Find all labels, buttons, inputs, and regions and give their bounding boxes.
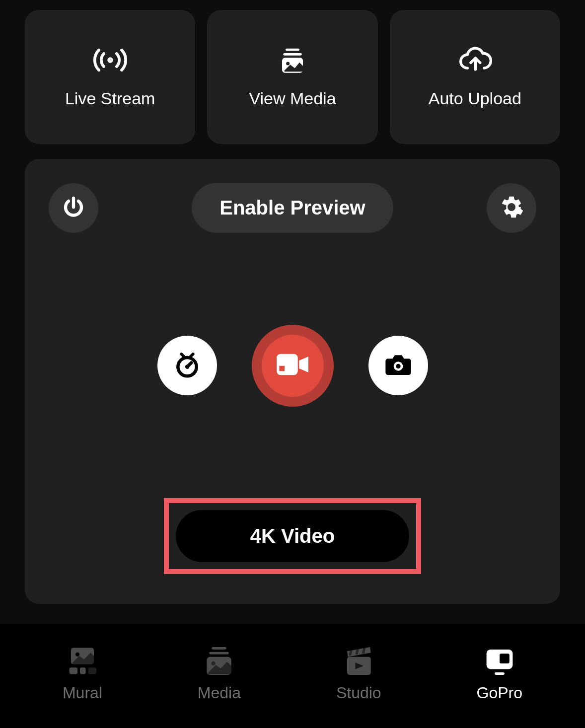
enable-preview-button[interactable]: Enable Preview [192,183,393,233]
preset-highlight-frame: 4K Video [164,498,421,574]
svg-point-5 [509,204,515,210]
media-stack-icon [202,645,236,677]
view-media-label: View Media [249,89,336,108]
album-icon [275,46,310,74]
live-stream-label: Live Stream [65,89,155,108]
bottom-tab-bar: Mural Media [0,624,585,728]
tab-studio-label: Studio [336,684,381,702]
mural-icon [65,645,100,677]
control-panel: Enable Preview [25,159,560,604]
tab-media[interactable]: Media [198,645,241,702]
photo-mode-button[interactable] [368,336,428,395]
auto-upload-card[interactable]: Auto Upload [390,10,560,144]
svg-rect-2 [283,53,301,56]
settings-button[interactable] [487,183,536,233]
enable-preview-label: Enable Preview [219,197,365,218]
panel-top-row: Enable Preview [49,183,536,233]
timelapse-mode-button[interactable] [157,336,217,395]
svg-point-13 [75,652,79,656]
svg-point-0 [107,57,113,63]
mode-buttons-row [157,325,428,407]
svg-rect-1 [286,48,299,51]
live-stream-card[interactable]: Live Stream [25,10,195,144]
tab-mural[interactable]: Mural [63,645,102,702]
video-camera-icon [277,354,308,377]
video-preset-label: 4K Video [250,525,335,547]
svg-rect-17 [212,647,227,649]
svg-rect-15 [80,667,86,674]
video-mode-button[interactable] [252,325,334,407]
broadcast-icon [92,46,128,74]
timer-icon [173,351,201,380]
cloud-upload-icon [457,46,493,74]
tab-media-label: Media [198,684,241,702]
gear-icon [500,195,523,221]
tab-gopro-label: GoPro [477,684,522,702]
gopro-icon [482,645,517,677]
camera-icon [384,353,412,378]
svg-rect-14 [70,667,78,674]
tab-mural-label: Mural [63,684,102,702]
svg-rect-9 [279,366,285,371]
view-media-card[interactable]: View Media [207,10,377,144]
svg-rect-16 [88,667,96,674]
tab-gopro[interactable]: GoPro [477,645,522,702]
svg-rect-8 [277,354,298,375]
svg-rect-26 [500,654,510,663]
svg-point-11 [396,364,400,368]
auto-upload-label: Auto Upload [429,89,521,108]
tab-studio[interactable]: Studio [336,645,381,702]
action-cards-row: Live Stream View Media [25,10,560,144]
clapperboard-icon [341,645,376,677]
svg-point-7 [185,364,189,368]
svg-point-4 [286,62,290,65]
power-button[interactable] [49,183,98,233]
video-preset-button[interactable]: 4K Video [176,510,409,562]
svg-rect-18 [210,652,229,654]
svg-rect-27 [495,672,505,675]
power-icon [62,195,85,221]
svg-point-20 [212,661,216,665]
